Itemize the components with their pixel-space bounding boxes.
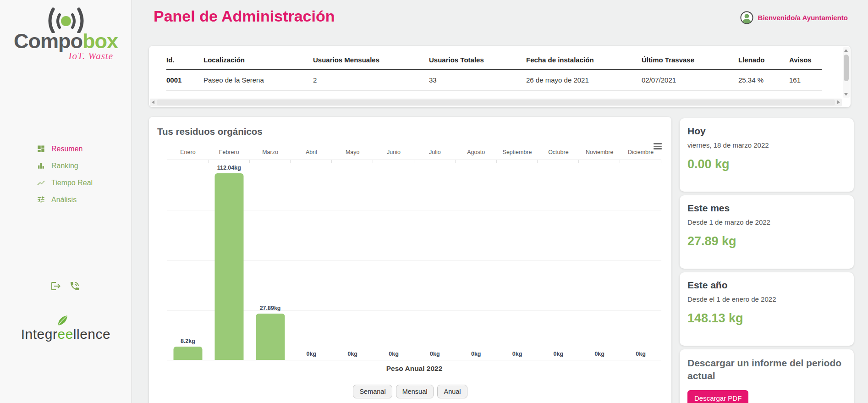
table-cell: 0001 [166,70,203,91]
table-cell: 33 [429,70,526,91]
month-tick-label: Diciembre [620,149,661,160]
column-header: Fecha de instalación [526,53,642,70]
month-tick-label: Agosto [456,149,497,160]
user-menu[interactable]: Bienvenido/a Ayuntamiento [740,11,848,24]
today-card: Hoy viernes, 18 de marzo 2022 0.00 kg [680,118,854,192]
table-cell: 2 [313,70,429,91]
scroll-right-arrow-icon[interactable] [837,100,840,104]
logo-text-accent: box [82,29,118,53]
month-tick-label: Abril [291,149,332,160]
integre-part2: ee [57,326,73,342]
chart-column: 0kg [579,160,620,360]
month-tick-label: Octubre [538,149,579,160]
scroll-left-arrow-icon[interactable] [152,100,154,104]
mensual-button[interactable]: Mensual [396,385,434,398]
chart-column: 0kg [620,160,661,360]
column-header: Último Trasvase [642,53,738,70]
semanal-button[interactable]: Semanal [353,385,392,398]
card-value: 0.00 kg [687,157,845,171]
chart-column: 0kg [332,160,373,360]
sidebar-item-label: Tiempo Real [51,179,93,187]
month-tick-label: Julio [414,149,456,160]
month-tick-label: Enero [167,149,209,160]
chart-column: 0kg [497,160,538,360]
bar-value-label: 0kg [307,351,317,357]
chart-column: 112.04kg [209,160,250,360]
table-body: 0001Paseo de la Serena23326 de mayo de 2… [166,70,822,91]
chart-column: 27.89kg [250,160,291,360]
this-year-card: Este año Desde el 1 de enero de 2022 148… [680,272,854,346]
table-cell: 25.34 % [738,70,789,91]
welcome-text: Bienvenido/a Ayuntamiento [758,14,848,22]
month-tick-label: Noviembre [579,149,620,160]
anual-button[interactable]: Anual [437,385,467,398]
organic-waste-chart-card: Tus residuos orgánicos EneroFebreroMarzo… [149,117,671,403]
bar-value-label: 0kg [636,351,646,357]
bar [214,173,243,360]
column-header: Llenado [738,53,789,70]
chart-columns: 8.2kg112.04kg27.89kg0kg0kg0kg0kg0kg0kg0k… [167,160,661,360]
logo-text-primary: Compo [14,29,82,53]
sidebar-item-analisis[interactable]: Análisis [0,191,132,208]
chart-plot: 8.2kg112.04kg27.89kg0kg0kg0kg0kg0kg0kg0k… [167,160,661,360]
bar-chart-icon [37,161,45,170]
bar-value-label: 0kg [389,351,399,357]
line-chart-icon [37,178,45,187]
chart-column: 0kg [538,160,579,360]
dashboard-icon [37,144,45,153]
table-header-row: Id.LocalizaciónUsuarios MensualesUsuario… [166,53,822,70]
chart-column: 0kg [291,160,332,360]
column-header: Usuarios Mensuales [313,53,429,70]
sidebar-item-resumen[interactable]: Resumen [0,140,132,157]
bar-value-label: 0kg [471,351,481,357]
vertical-scroll-thumb[interactable] [844,55,849,81]
compobox-logo: Compobox IoT. Waste [0,5,132,62]
sidebar: Compobox IoT. Waste Resumen Ranking Tiem… [0,0,132,403]
integre-part3: llence [73,326,110,342]
download-pdf-button[interactable]: Descargar PDF [687,390,748,403]
month-tick-label: Febrero [209,149,250,160]
sidebar-item-label: Ranking [51,162,78,170]
table-row: 0001Paseo de la Serena23326 de mayo de 2… [166,70,822,91]
card-value: 148.13 kg [687,311,845,326]
card-subtitle: viernes, 18 de marzo 2022 [687,141,845,149]
page-title: Panel de Administración [154,7,335,25]
chart-column: 0kg [414,160,456,360]
month-tick-label: Marzo [250,149,291,160]
bar-value-label: 0kg [512,351,522,357]
logo-wordmark: Compobox [0,30,132,52]
devices-table: Id.LocalizaciónUsuarios MensualesUsuario… [166,53,822,91]
horizontal-scroll-thumb[interactable] [157,99,835,105]
integreellence-logo: Integreellence [0,326,132,342]
scroll-up-arrow-icon[interactable] [844,49,848,52]
sidebar-actions [50,281,80,292]
integre-part1: Integr [21,326,58,342]
bar [173,347,202,360]
bar-value-label: 0kg [594,351,604,357]
download-report-card: Descargar un informe del periodo actual … [680,349,854,403]
table-cell: 161 [789,70,822,91]
phone-icon[interactable] [69,281,80,292]
table-cell: Paseo de la Serena [203,70,313,91]
download-card-title: Descargar un informe del periodo actual [687,357,845,383]
chart-column: 8.2kg [167,160,209,360]
vertical-scrollbar[interactable] [843,47,850,98]
admin-dashboard: Compobox IoT. Waste Resumen Ranking Tiem… [0,0,868,403]
logout-icon[interactable] [50,281,61,292]
bar-value-label: 0kg [554,351,564,357]
table-cell: 26 de mayo de 2021 [526,70,642,91]
column-header: Localización [203,53,313,70]
bar-value-label: 27.89kg [260,305,281,311]
sidebar-nav: Resumen Ranking Tiempo Real Análisis [0,140,132,208]
avatar-icon [740,11,753,24]
month-tick-label: Septiembre [497,149,538,160]
sidebar-item-tiempo-real[interactable]: Tiempo Real [0,174,132,191]
scroll-down-arrow-icon[interactable] [844,93,848,96]
bar-value-label: 0kg [347,351,357,357]
leaf-icon [55,315,69,327]
sidebar-item-ranking[interactable]: Ranking [0,157,132,174]
table-cell: 02/07/2021 [642,70,738,91]
month-tick-label: Junio [373,149,414,160]
horizontal-scrollbar[interactable] [150,99,842,106]
card-title: Este mes [687,203,845,214]
